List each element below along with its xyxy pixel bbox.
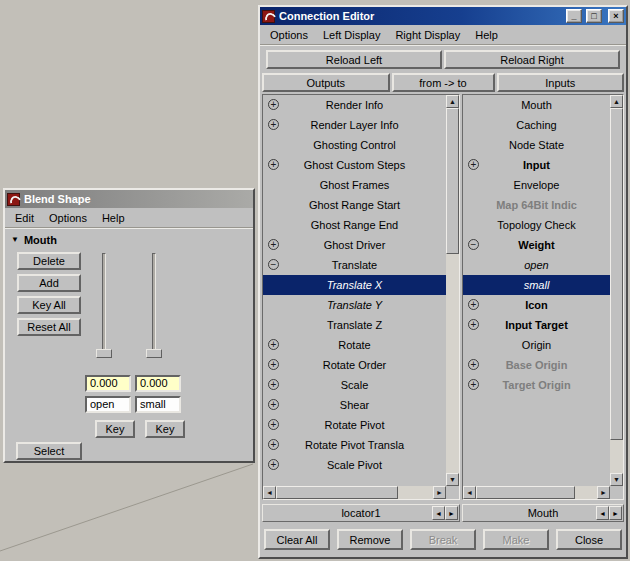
close-button[interactable]: Close bbox=[556, 529, 622, 550]
node-scroll-left-button[interactable]: ◄ bbox=[432, 506, 445, 520]
scrollbar-track[interactable] bbox=[276, 486, 433, 499]
tree-item-rotate-pivot[interactable]: +Rotate Pivot bbox=[263, 415, 446, 435]
tree-item-base-origin[interactable]: +Base Origin bbox=[463, 355, 610, 375]
open-key-button[interactable]: Key bbox=[95, 420, 135, 438]
blend-shape-titlebar[interactable]: Blend Shape bbox=[5, 190, 253, 208]
scroll-down-button[interactable]: ▼ bbox=[446, 473, 459, 486]
scrollbar-track[interactable] bbox=[446, 108, 459, 473]
menu-left-display[interactable]: Left Display bbox=[323, 29, 380, 41]
tree-item-caching[interactable]: Caching bbox=[463, 115, 610, 135]
tree-item-scale-pivot[interactable]: +Scale Pivot bbox=[263, 455, 446, 475]
tree-item-topology-check[interactable]: Topology Check bbox=[463, 215, 610, 235]
expand-icon[interactable]: + bbox=[468, 159, 479, 170]
expand-icon[interactable]: + bbox=[268, 399, 279, 410]
node-scroll-right-button[interactable]: ► bbox=[445, 506, 458, 520]
scroll-right-button[interactable]: ► bbox=[597, 486, 610, 499]
scrollbar-track[interactable] bbox=[476, 486, 597, 499]
open-weight-value-field[interactable]: 0.000 bbox=[85, 375, 131, 392]
menu-help[interactable]: Help bbox=[102, 212, 125, 224]
expand-icon[interactable]: + bbox=[468, 379, 479, 390]
node-scroll-left-button[interactable]: ◄ bbox=[596, 506, 609, 520]
menu-edit[interactable]: Edit bbox=[15, 212, 34, 224]
reload-left-button[interactable]: Reload Left bbox=[266, 50, 442, 69]
expand-icon[interactable]: + bbox=[468, 319, 479, 330]
slider-handle[interactable] bbox=[96, 349, 112, 358]
tree-item-ghost-driver[interactable]: +Ghost Driver bbox=[263, 235, 446, 255]
tree-item-ghost-frames[interactable]: Ghost Frames bbox=[263, 175, 446, 195]
open-weight-slider[interactable] bbox=[96, 253, 112, 363]
scrollbar-track[interactable] bbox=[610, 108, 623, 473]
delete-button[interactable]: Delete bbox=[17, 252, 81, 270]
tree-item-map-64bit-indic[interactable]: Map 64Bit Indic bbox=[463, 195, 610, 215]
right-node-name[interactable]: Mouth bbox=[528, 507, 559, 519]
tree-item-rotate-pivot-transla[interactable]: +Rotate Pivot Transla bbox=[263, 435, 446, 455]
tree-item-render-info[interactable]: +Render Info bbox=[263, 95, 446, 115]
scroll-left-button[interactable]: ◄ bbox=[463, 486, 476, 499]
scrollbar-thumb[interactable] bbox=[446, 108, 459, 254]
tree-item-origin[interactable]: Origin bbox=[463, 335, 610, 355]
expand-icon[interactable]: + bbox=[268, 359, 279, 370]
tree-item-input[interactable]: +Input bbox=[463, 155, 610, 175]
outputs-vertical-scrollbar[interactable]: ▲ ▼ bbox=[446, 95, 459, 486]
expand-icon[interactable]: + bbox=[268, 459, 279, 470]
close-icon-button[interactable]: × bbox=[608, 9, 624, 23]
tree-item-scale[interactable]: +Scale bbox=[263, 375, 446, 395]
tree-item-translate[interactable]: −Translate bbox=[263, 255, 446, 275]
small-weight-value-field[interactable]: 0.000 bbox=[135, 375, 181, 392]
small-weight-slider[interactable] bbox=[146, 253, 162, 363]
tree-item-icon[interactable]: +Icon bbox=[463, 295, 610, 315]
inputs-vertical-scrollbar[interactable]: ▲ ▼ bbox=[610, 95, 623, 486]
node-scroll-right-button[interactable]: ► bbox=[609, 506, 622, 520]
expand-icon[interactable]: + bbox=[268, 239, 279, 250]
scroll-left-button[interactable]: ◄ bbox=[263, 486, 276, 499]
scroll-right-button[interactable]: ► bbox=[433, 486, 446, 499]
remove-button[interactable]: Remove bbox=[337, 529, 403, 550]
tree-item-rotate-order[interactable]: +Rotate Order bbox=[263, 355, 446, 375]
expand-icon[interactable]: + bbox=[268, 439, 279, 450]
menu-right-display[interactable]: Right Display bbox=[395, 29, 460, 41]
key-all-button[interactable]: Key All bbox=[17, 296, 81, 314]
small-key-button[interactable]: Key bbox=[145, 420, 185, 438]
expand-icon[interactable]: + bbox=[468, 359, 479, 370]
expand-icon[interactable]: + bbox=[268, 339, 279, 350]
scrollbar-thumb[interactable] bbox=[276, 486, 398, 499]
inputs-header-button[interactable]: Inputs bbox=[497, 73, 625, 92]
maximize-button[interactable]: □ bbox=[586, 9, 602, 23]
tree-item-envelope[interactable]: Envelope bbox=[463, 175, 610, 195]
outputs-header-button[interactable]: Outputs bbox=[262, 73, 390, 92]
left-node-name[interactable]: locator1 bbox=[341, 507, 380, 519]
slider-handle[interactable] bbox=[146, 349, 162, 358]
tree-item-ghost-range-end[interactable]: Ghost Range End bbox=[263, 215, 446, 235]
expand-icon[interactable]: + bbox=[268, 419, 279, 430]
menu-options[interactable]: Options bbox=[270, 29, 308, 41]
tree-item-mouth[interactable]: Mouth bbox=[463, 95, 610, 115]
expand-icon[interactable]: + bbox=[268, 379, 279, 390]
tree-item-open[interactable]: open bbox=[463, 255, 610, 275]
scroll-down-button[interactable]: ▼ bbox=[610, 473, 623, 486]
tree-item-rotate[interactable]: +Rotate bbox=[263, 335, 446, 355]
expand-icon[interactable]: + bbox=[268, 119, 279, 130]
collapse-icon[interactable]: − bbox=[468, 239, 479, 250]
tree-item-translate-z[interactable]: Translate Z bbox=[263, 315, 446, 335]
tree-item-translate-x[interactable]: Translate X bbox=[263, 275, 446, 295]
tree-item-translate-y[interactable]: Translate Y bbox=[263, 295, 446, 315]
open-name-field[interactable]: open bbox=[85, 396, 131, 413]
tree-item-target-origin[interactable]: +Target Origin bbox=[463, 375, 610, 395]
tree-item-ghosting-control[interactable]: Ghosting Control bbox=[263, 135, 446, 155]
menu-options[interactable]: Options bbox=[49, 212, 87, 224]
expand-icon[interactable]: + bbox=[468, 299, 479, 310]
add-button[interactable]: Add bbox=[17, 274, 81, 292]
mouth-section-header[interactable]: ▼ Mouth bbox=[11, 234, 57, 246]
menu-help[interactable]: Help bbox=[475, 29, 498, 41]
small-name-field[interactable]: small bbox=[135, 396, 181, 413]
outputs-horizontal-scrollbar[interactable]: ◄ ► bbox=[263, 486, 446, 499]
expand-icon[interactable]: + bbox=[268, 99, 279, 110]
reset-all-button[interactable]: Reset All bbox=[17, 318, 81, 336]
scrollbar-thumb[interactable] bbox=[610, 108, 623, 440]
tree-item-shear[interactable]: +Shear bbox=[263, 395, 446, 415]
collapse-icon[interactable]: − bbox=[268, 259, 279, 270]
tree-item-node-state[interactable]: Node State bbox=[463, 135, 610, 155]
clear-all-button[interactable]: Clear All bbox=[264, 529, 330, 550]
tree-item-small[interactable]: small bbox=[463, 275, 610, 295]
tree-item-render-layer-info[interactable]: +Render Layer Info bbox=[263, 115, 446, 135]
